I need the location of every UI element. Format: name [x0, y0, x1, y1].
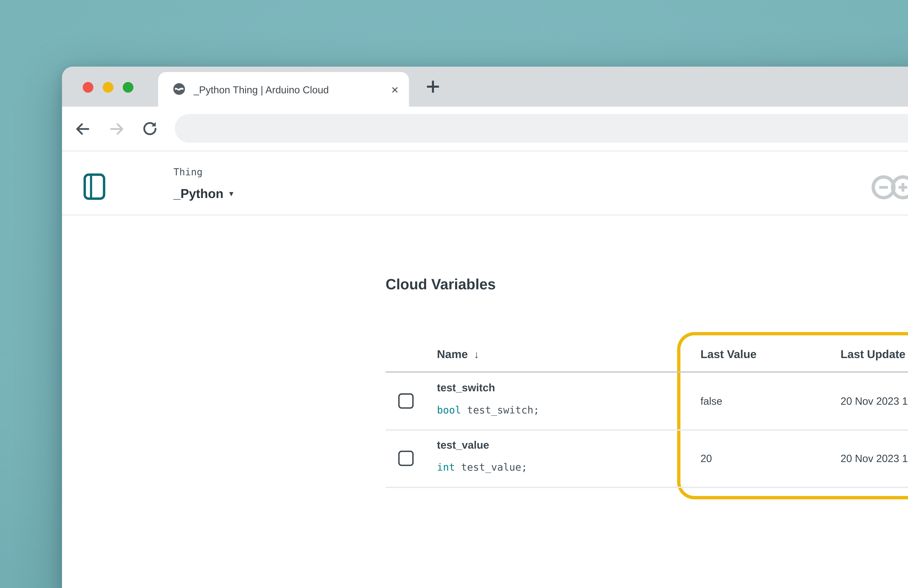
- variable-declaration: booltest_switch;: [437, 404, 539, 416]
- desktop-background: _Python Thing | Arduino Cloud ✕: [0, 0, 908, 588]
- last-update-cell: 20 Nov 2023 17:00:48: [840, 395, 908, 407]
- reload-icon: [142, 120, 159, 137]
- thing-name-label: _Python: [174, 187, 223, 201]
- panel-left-icon: [83, 174, 105, 200]
- new-tab-button[interactable]: [425, 79, 441, 97]
- forward-arrow-icon: [108, 120, 126, 138]
- declaration-text: test_switch;: [467, 404, 539, 416]
- declaration-text: test_value;: [461, 461, 527, 473]
- browser-toolbar: [62, 107, 908, 151]
- table-row-divider: [386, 487, 908, 488]
- variable-name: test_value: [437, 439, 489, 451]
- table-row-divider: [386, 429, 908, 431]
- back-button[interactable]: [68, 107, 96, 151]
- variable-name: test_switch: [437, 382, 495, 394]
- breadcrumb: Thing: [174, 167, 203, 177]
- type-keyword: bool: [437, 404, 461, 416]
- back-arrow-icon: [73, 120, 91, 138]
- address-bar[interactable]: [175, 114, 908, 143]
- zoom-window-button[interactable]: [123, 82, 134, 93]
- chevron-down-icon: ▾: [230, 189, 233, 198]
- row-checkbox[interactable]: [398, 393, 414, 408]
- page-content: Cloud Variables ADD Name↓ Last Value Las…: [62, 215, 908, 588]
- close-window-button[interactable]: [83, 82, 93, 93]
- column-header-name-label: Name: [437, 348, 468, 361]
- forward-button[interactable]: [103, 107, 131, 151]
- variable-declaration: inttest_value;: [437, 461, 527, 473]
- last-value-cell: false: [700, 395, 722, 407]
- sidebar-toggle-button[interactable]: [83, 174, 105, 203]
- arduino-logo-icon: [869, 170, 908, 207]
- table-header-divider: [386, 371, 908, 373]
- close-tab-icon[interactable]: ✕: [388, 72, 402, 107]
- globe-favicon-icon: [172, 82, 186, 99]
- tab-title: _Python Thing | Arduino Cloud: [193, 72, 379, 107]
- last-value-cell: 20: [700, 453, 712, 464]
- plus-icon: [425, 79, 441, 95]
- column-header-last-update: Last Update: [840, 348, 905, 361]
- thing-name-dropdown[interactable]: _Python▾: [174, 187, 233, 201]
- thing-header: Thing _Python▾: [62, 151, 908, 215]
- browser-tab[interactable]: _Python Thing | Arduino Cloud ✕: [158, 72, 409, 107]
- column-header-last-value: Last Value: [700, 348, 757, 361]
- browser-window: _Python Thing | Arduino Cloud ✕: [62, 67, 908, 588]
- page-title: Cloud Variables: [386, 276, 496, 294]
- type-keyword: int: [437, 461, 455, 473]
- minimize-window-button[interactable]: [103, 82, 114, 93]
- window-controls: [83, 82, 134, 93]
- sort-desc-icon: ↓: [474, 349, 479, 360]
- row-checkbox[interactable]: [398, 451, 414, 466]
- tab-bar: _Python Thing | Arduino Cloud ✕: [62, 67, 908, 106]
- column-header-name[interactable]: Name↓: [437, 348, 479, 361]
- last-update-cell: 20 Nov 2023 17:00:42: [840, 453, 908, 464]
- reload-button[interactable]: [136, 107, 164, 151]
